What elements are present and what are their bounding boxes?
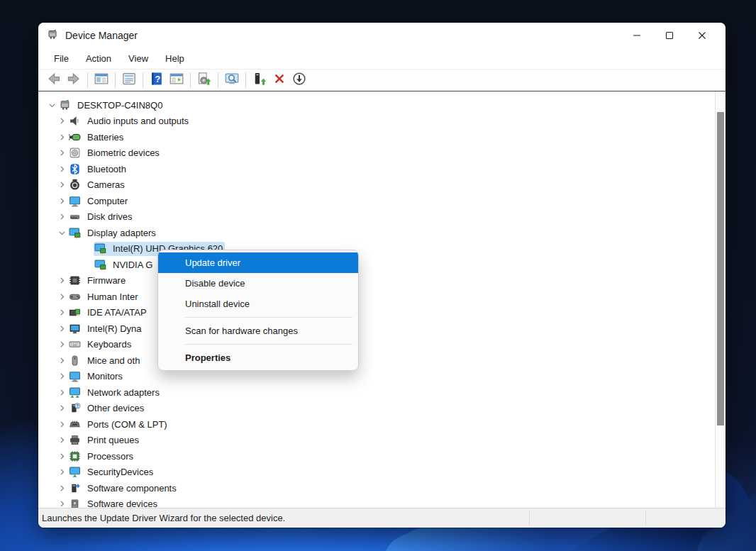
chevron-right-icon[interactable] [55,116,68,127]
tree-item-body[interactable]: Cameras [68,178,127,192]
menu-help[interactable]: Help [158,51,191,66]
tree-item-body[interactable]: NVIDIA G [94,257,155,272]
tree-item-nvidia-g[interactable]: NVIDIA G [38,257,715,273]
tree-item-monitors[interactable]: Monitors [38,369,715,385]
chevron-right-icon[interactable] [55,467,68,478]
toolbar-button-show-console-tree[interactable] [91,71,111,89]
tree-item-body[interactable]: Monitors [68,369,125,384]
tree-item-body[interactable]: Human Inter [68,289,140,304]
tree-item-software-devices[interactable]: Software devices [38,496,715,508]
tree-item-processors[interactable]: Processors [38,448,715,464]
tree-item-body[interactable]: Software devices [68,497,160,508]
tree-item-human-inter[interactable]: Human Inter [38,289,715,305]
toolbar-button-scan-hardware[interactable] [222,71,242,89]
tree-item-body[interactable]: Keyboards [68,338,133,352]
chevron-right-icon[interactable] [55,148,68,159]
chevron-right-icon[interactable] [55,307,68,318]
tree-item-securitydevices[interactable]: SecurityDevices [38,464,715,481]
tree-item-firmware[interactable]: Firmware [38,273,715,289]
toolbar-button-help[interactable]: ? [147,71,167,89]
tree-item-body[interactable]: Ports (COM & LPT) [68,417,169,431]
tree-item-display-adapters[interactable]: Display adapters [38,225,715,241]
toolbar-button-disable-device[interactable] [289,71,309,89]
chevron-right-icon[interactable] [55,163,68,174]
toolbar-button-update-device[interactable] [250,71,269,89]
chevron-right-icon[interactable] [55,355,68,366]
tree-item-body[interactable]: ?Other devices [68,401,146,416]
chevron-right-icon[interactable] [55,403,68,414]
tree-item-body[interactable]: Audio inputs and outputs [68,114,191,128]
tree-item-body[interactable]: Network adapters [68,385,162,399]
chevron-right-icon[interactable] [55,482,68,494]
chevron-right-icon[interactable] [55,323,68,334]
tree-item-body[interactable]: Software components [68,481,179,495]
toolbar-button-update-driver-page[interactable] [194,71,214,89]
chevron-right-icon[interactable] [55,339,68,350]
tree-item-biometric-devices[interactable]: Biometric devices [38,145,715,162]
context-menu-item-scan-for-hardware-changes[interactable]: Scan for hardware changes [158,321,358,341]
title-bar[interactable]: Device Manager [38,23,726,48]
chevron-right-icon[interactable] [55,275,68,286]
tree-item-intel-r-uhd-graphics-620[interactable]: Intel(R) UHD Graphics 620 [38,241,715,257]
toolbar-button-back[interactable] [44,71,64,89]
context-menu-item-update-driver[interactable]: Update driver [158,252,358,273]
tree-item-body[interactable]: Biometric devices [68,146,162,160]
tree-item-body[interactable]: Bluetooth [68,162,128,176]
tree-item-body[interactable]: Intel(R) Dyna [68,321,144,335]
minimize-button[interactable] [621,23,653,48]
context-menu-item-uninstall-device[interactable]: Uninstall device [158,294,358,314]
chevron-right-icon[interactable] [55,386,68,398]
chevron-right-icon[interactable] [55,499,68,508]
tree-item-body[interactable]: IDE ATA/ATAP [68,306,149,320]
toolbar-button-properties-window[interactable] [119,71,139,89]
tree-item-body[interactable]: DESKTOP-C4IN8Q0 [58,98,165,112]
chevron-right-icon[interactable] [55,435,68,446]
menu-view[interactable]: View [121,51,155,66]
tree-item-bluetooth[interactable]: Bluetooth [38,161,715,177]
maximize-button[interactable] [653,23,686,48]
chevron-right-icon[interactable] [55,418,68,430]
chevron-right-icon[interactable] [55,371,68,382]
tree-item-audio-inputs-and-outputs[interactable]: Audio inputs and outputs [38,113,715,130]
vertical-scrollbar[interactable] [715,91,726,508]
tree-item-computer[interactable]: Computer [38,193,715,209]
toolbar-button-uninstall-device[interactable] [269,71,289,89]
tree-item-keyboards[interactable]: Keyboards [38,337,715,353]
toolbar-button-forward[interactable] [64,71,84,89]
tree-item-network-adapters[interactable]: Network adapters [38,384,715,401]
tree-item-desktop-c4in8q0[interactable]: DESKTOP-C4IN8Q0 [38,97,715,113]
tree-item-body[interactable]: Batteries [68,130,126,144]
chevron-right-icon[interactable] [55,195,68,206]
tree-item-other-devices[interactable]: ?Other devices [38,401,715,417]
chevron-right-icon[interactable] [55,131,68,143]
tree-item-intel-r-dyna[interactable]: Intel(R) Dyna [38,321,715,337]
tree-item-disk-drives[interactable]: Disk drives [38,209,715,226]
chevron-right-icon[interactable] [55,179,68,191]
chevron-down-icon[interactable] [45,99,58,111]
tree-item-ide-ata-atap[interactable]: IDE ATA/ATAP [38,305,715,321]
tree-item-body[interactable]: Firmware [68,274,128,288]
tree-item-body[interactable]: Processors [68,449,135,463]
tree-item-mice-and-oth[interactable]: Mice and oth [38,352,715,369]
chevron-right-icon[interactable] [55,211,68,223]
chevron-down-icon[interactable] [55,227,68,238]
chevron-right-icon[interactable] [55,291,68,302]
tree-item-body[interactable]: Computer [68,194,130,208]
menu-file[interactable]: File [47,51,76,66]
chevron-right-icon[interactable] [55,450,68,462]
tree-item-body[interactable]: Display adapters [68,226,158,240]
close-button[interactable] [686,23,718,48]
tree-item-body[interactable]: SecurityDevices [68,465,155,479]
tree-item-ports-com-lpt[interactable]: Ports (COM & LPT) [38,416,715,433]
tree-item-print-queues[interactable]: Print queues [38,433,715,449]
tree-item-body[interactable]: Mice and oth [68,353,142,367]
context-menu-item-properties[interactable]: Properties [158,347,358,368]
tree-item-batteries[interactable]: Batteries [38,129,715,145]
tree-item-body[interactable]: Print queues [68,433,141,447]
tree-item-software-components[interactable]: Software components [38,480,715,496]
menu-action[interactable]: Action [79,51,118,66]
tree-item-cameras[interactable]: Cameras [38,177,715,194]
tree-item-body[interactable]: Disk drives [68,210,135,224]
scrollbar-thumb[interactable] [717,112,724,425]
context-menu-item-disable-device[interactable]: Disable device [158,273,358,294]
